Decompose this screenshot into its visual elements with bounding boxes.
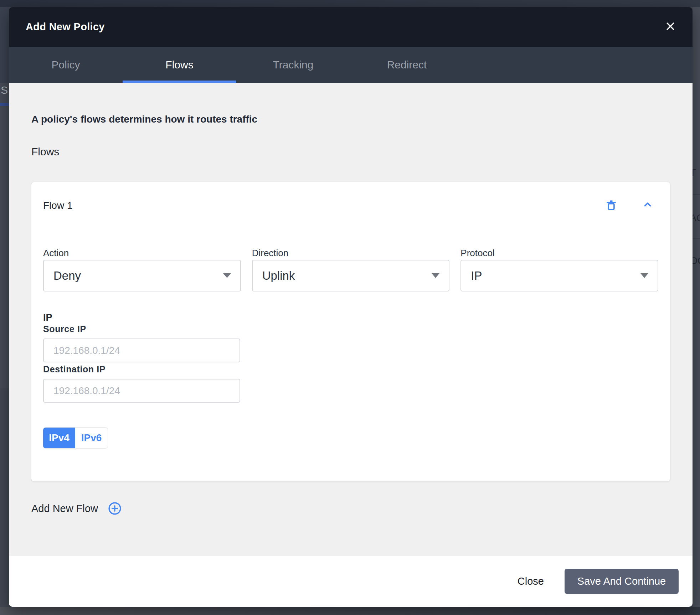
trash-icon xyxy=(605,199,617,212)
chevron-down-icon xyxy=(223,273,231,278)
flow-fields-row: Action Deny Direction Uplink Protocol xyxy=(43,247,658,291)
tab-redirect[interactable]: Redirect xyxy=(350,47,464,83)
delete-flow-button[interactable] xyxy=(604,198,618,213)
close-button[interactable] xyxy=(663,19,678,35)
ip-version-toggle: IPv4 IPv6 xyxy=(43,428,108,448)
chevron-down-icon xyxy=(432,273,439,278)
source-ip-label: Source IP xyxy=(43,324,658,335)
direction-field: Direction Uplink xyxy=(252,247,450,291)
modal-title: Add New Policy xyxy=(26,21,105,33)
ipv4-label: IPv4 xyxy=(49,432,70,444)
tab-policy-label: Policy xyxy=(51,59,80,71)
direction-select-value: Uplink xyxy=(262,269,295,283)
flows-description: A policy's flows determines how it route… xyxy=(31,114,670,125)
direction-select[interactable]: Uplink xyxy=(252,260,450,291)
backdrop-top xyxy=(0,0,700,7)
add-new-policy-modal: Add New Policy Policy Flows Tracking Red… xyxy=(9,7,693,607)
tab-policy[interactable]: Policy xyxy=(9,47,123,83)
protocol-label: Protocol xyxy=(460,247,658,259)
flows-section-heading: Flows xyxy=(31,146,670,158)
close-footer-button[interactable]: Close xyxy=(513,572,549,591)
action-label: Action xyxy=(43,247,241,259)
action-select-value: Deny xyxy=(53,269,81,283)
backdrop-right-text-fragment: AC xyxy=(693,213,700,224)
tab-flows-label: Flows xyxy=(165,59,193,71)
backdrop-right-divider xyxy=(693,194,700,195)
modal-header: Add New Policy xyxy=(9,7,693,47)
ipv6-label: IPv6 xyxy=(81,432,102,444)
backdrop-right-text-fragment: T xyxy=(693,167,696,179)
protocol-field: Protocol IP xyxy=(460,247,658,291)
destination-ip-input[interactable] xyxy=(43,379,240,403)
modal-footer: Close Save And Continue xyxy=(9,555,693,607)
ipv6-toggle-button[interactable]: IPv6 xyxy=(75,428,108,448)
backdrop-left: S xyxy=(0,7,9,607)
add-new-flow-label: Add New Flow xyxy=(31,503,98,515)
action-field: Action Deny xyxy=(43,247,241,291)
backdrop-right: T AC OC xyxy=(693,7,700,607)
protocol-select[interactable]: IP xyxy=(460,260,658,291)
backdrop-right-text-fragment: OC xyxy=(693,255,700,267)
action-select[interactable]: Deny xyxy=(43,260,241,291)
tab-flows[interactable]: Flows xyxy=(123,47,236,83)
tab-redirect-label: Redirect xyxy=(387,59,427,71)
modal-tabbar: Policy Flows Tracking Redirect xyxy=(9,47,693,83)
active-tab-underline xyxy=(123,81,236,83)
flow-card-header: Flow 1 xyxy=(43,182,658,213)
backdrop-left-text-fragment: S xyxy=(1,84,8,96)
source-ip-input[interactable] xyxy=(43,338,240,362)
tab-tracking-label: Tracking xyxy=(273,59,314,71)
chevron-up-icon xyxy=(642,200,653,212)
plus-circle-icon xyxy=(108,502,122,515)
backdrop-left-active-tab-fragment xyxy=(0,103,9,106)
backdrop-right-divider xyxy=(693,238,700,239)
collapse-flow-button[interactable] xyxy=(640,198,655,213)
flow-title: Flow 1 xyxy=(43,200,72,211)
ip-section-heading: IP xyxy=(43,311,658,324)
save-and-continue-button[interactable]: Save And Continue xyxy=(565,569,679,594)
destination-ip-label: Destination IP xyxy=(43,364,658,375)
add-new-flow-button[interactable]: Add New Flow xyxy=(31,502,122,515)
tab-tracking[interactable]: Tracking xyxy=(236,47,350,83)
backdrop-left-lower xyxy=(0,388,9,607)
backdrop-bottom xyxy=(0,607,700,615)
direction-label: Direction xyxy=(252,247,450,259)
modal-body: A policy's flows determines how it route… xyxy=(9,83,693,555)
flow-header-actions xyxy=(604,198,658,213)
protocol-select-value: IP xyxy=(471,269,482,283)
ipv4-toggle-button[interactable]: IPv4 xyxy=(43,428,75,448)
chevron-down-icon xyxy=(640,273,648,278)
close-icon xyxy=(664,20,677,34)
flow-card: Flow 1 xyxy=(31,182,670,481)
backdrop-left-header xyxy=(0,7,9,83)
